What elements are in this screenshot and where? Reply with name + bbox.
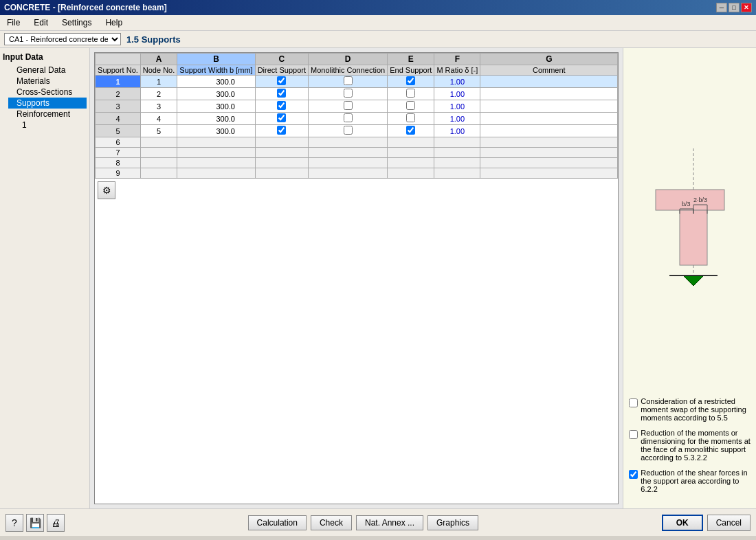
checkbox-end-5[interactable] xyxy=(406,126,415,135)
option-2-checkbox[interactable] xyxy=(629,430,638,439)
check-button[interactable]: Check xyxy=(311,515,352,530)
sidebar-item-reinforcement[interactable]: Reinforcement xyxy=(8,109,87,120)
cell-mratio-2: 1.00 xyxy=(434,88,480,100)
save-button[interactable]: 💾 xyxy=(26,514,44,532)
row-num-2: 2 xyxy=(96,88,141,100)
sidebar-item-materials[interactable]: Materials xyxy=(8,76,87,87)
svg-marker-4 xyxy=(683,275,704,286)
minimize-button[interactable]: ─ xyxy=(716,3,727,12)
empty-cell-9-6 xyxy=(434,168,480,179)
calculation-button[interactable]: Calculation xyxy=(248,515,307,530)
cell-direct-3[interactable] xyxy=(255,100,308,113)
empty-cell-6-6 xyxy=(434,137,480,148)
cell-monolithic-5[interactable] xyxy=(308,125,387,137)
main-content: Input Data General Data Materials Cross-… xyxy=(0,48,756,508)
cell-monolithic-2[interactable] xyxy=(308,88,387,100)
cell-end-2[interactable] xyxy=(388,88,434,100)
checkbox-direct-3[interactable] xyxy=(277,101,286,110)
checkbox-end-1[interactable] xyxy=(406,76,415,85)
cell-comment-1 xyxy=(480,76,618,88)
nat-annex-button[interactable]: Nat. Annex ... xyxy=(356,515,423,530)
checkbox-monolithic-3[interactable] xyxy=(344,101,353,110)
cell-width-1[interactable] xyxy=(177,76,255,88)
cell-direct-1[interactable] xyxy=(255,76,308,88)
checkbox-monolithic-4[interactable] xyxy=(344,113,353,122)
cell-direct-2[interactable] xyxy=(255,88,308,100)
menu-edit[interactable]: Edit xyxy=(30,16,52,29)
help-button[interactable]: ? xyxy=(5,514,23,532)
case-dropdown[interactable]: CA1 - Reinforced concrete desi xyxy=(4,33,121,45)
cell-width-4[interactable] xyxy=(177,113,255,125)
sidebar-item-general-data[interactable]: General Data xyxy=(8,65,87,76)
empty-cell-7-2 xyxy=(177,148,255,158)
checkbox-direct-2[interactable] xyxy=(277,89,286,98)
input-width-2[interactable] xyxy=(197,90,235,98)
options-area: Consideration of a restricted moment swa… xyxy=(629,394,751,503)
close-button[interactable]: ✕ xyxy=(741,3,752,12)
checkbox-end-3[interactable] xyxy=(406,101,415,110)
cell-monolithic-3[interactable] xyxy=(308,100,387,113)
empty-cell-6-4 xyxy=(308,137,387,148)
checkbox-end-2[interactable] xyxy=(406,89,415,98)
checkbox-direct-4[interactable] xyxy=(277,113,286,122)
empty-cell-9-2 xyxy=(177,168,255,179)
cell-end-3[interactable] xyxy=(388,100,434,113)
checkbox-monolithic-2[interactable] xyxy=(344,89,353,98)
input-width-3[interactable] xyxy=(197,102,235,111)
col-header-a: A xyxy=(140,54,177,65)
option-1-checkbox[interactable] xyxy=(629,398,638,407)
cell-comment-3 xyxy=(480,100,618,113)
cell-mratio-4: 1.00 xyxy=(434,113,480,125)
input-width-1[interactable] xyxy=(197,78,235,86)
maximize-button[interactable]: □ xyxy=(729,3,740,12)
empty-cell-6-1 xyxy=(140,137,177,148)
col-subheader-mratio: M Ratio δ [-] xyxy=(434,65,480,76)
checkbox-direct-5[interactable] xyxy=(277,126,286,135)
empty-row-num-7: 7 xyxy=(96,148,141,158)
row-num-1: 1 xyxy=(96,76,141,88)
supports-table: A B C D E F G Support No. Node No. Suppo… xyxy=(95,53,618,179)
cell-end-4[interactable] xyxy=(388,113,434,125)
cell-node-1: 1 xyxy=(140,76,177,88)
ok-button[interactable]: OK xyxy=(662,515,703,531)
cell-direct-4[interactable] xyxy=(255,113,308,125)
checkbox-direct-1[interactable] xyxy=(277,76,286,85)
col-header-c: C xyxy=(255,54,308,65)
input-width-4[interactable] xyxy=(197,115,235,123)
title-bar: CONCRETE - [Reinforced concrete beam] ─ … xyxy=(0,0,756,15)
empty-cell-8-4 xyxy=(308,158,387,168)
option-row-3: Reduction of the shear forces in the sup… xyxy=(629,469,751,493)
col-header-e: E xyxy=(388,54,434,65)
cancel-button[interactable]: Cancel xyxy=(707,515,751,531)
cell-monolithic-1[interactable] xyxy=(308,76,387,88)
menu-settings[interactable]: Settings xyxy=(58,16,96,29)
print-button[interactable]: 🖨 xyxy=(47,514,65,532)
sidebar-item-supports[interactable]: Supports xyxy=(8,98,87,109)
empty-cell-7-4 xyxy=(308,148,387,158)
input-width-5[interactable] xyxy=(197,127,235,135)
cell-width-5[interactable] xyxy=(177,125,255,137)
cell-mratio-3: 1.00 xyxy=(434,100,480,113)
menu-help[interactable]: Help xyxy=(101,16,126,29)
cell-node-4: 4 xyxy=(140,113,177,125)
checkbox-end-4[interactable] xyxy=(406,113,415,122)
empty-cell-8-1 xyxy=(140,158,177,168)
option-3-checkbox[interactable] xyxy=(629,470,638,479)
cell-direct-5[interactable] xyxy=(255,125,308,137)
cell-monolithic-4[interactable] xyxy=(308,113,387,125)
graphics-button[interactable]: Graphics xyxy=(427,515,478,530)
bottom-toolbar: ? 💾 🖨 Calculation Check Nat. Annex ... G… xyxy=(0,508,756,536)
cell-end-5[interactable] xyxy=(388,125,434,137)
menu-file[interactable]: File xyxy=(3,16,24,29)
cell-width-2[interactable] xyxy=(177,88,255,100)
cell-end-1[interactable] xyxy=(388,76,434,88)
empty-cell-6-7 xyxy=(480,137,618,148)
checkbox-monolithic-5[interactable] xyxy=(344,126,353,135)
checkbox-monolithic-1[interactable] xyxy=(344,76,353,85)
col-subheader-width: Support Width b [mm] xyxy=(177,65,255,76)
sidebar-item-cross-sections[interactable]: Cross-Sections xyxy=(8,87,87,98)
table-settings-button[interactable]: ⚙ xyxy=(98,181,115,199)
cell-width-3[interactable] xyxy=(177,100,255,113)
col-subheader-direct: Direct Support xyxy=(255,65,308,76)
sidebar-item-reinforcement-1[interactable]: 1 xyxy=(8,120,87,131)
